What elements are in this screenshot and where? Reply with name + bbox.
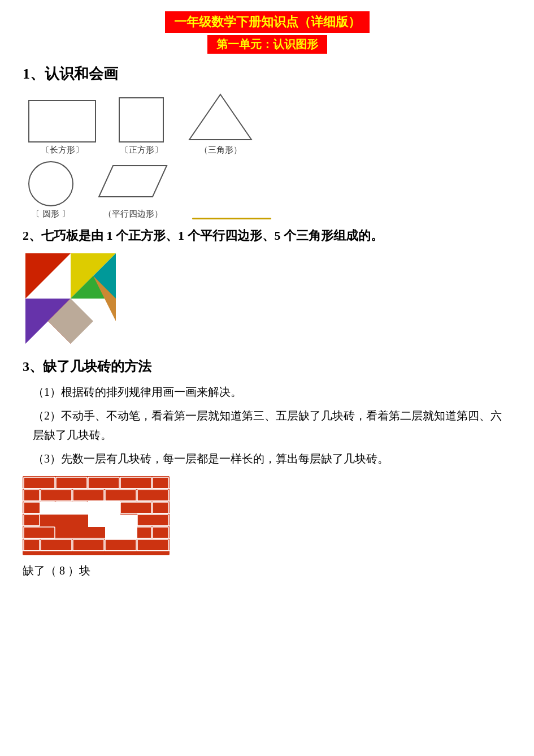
svg-rect-31	[41, 539, 72, 551]
svg-marker-0	[189, 94, 251, 140]
svg-rect-34	[137, 539, 168, 551]
main-title: 一年级数学下册知识点（详细版）	[165, 11, 370, 33]
tangram-container	[23, 250, 511, 346]
section3-para3: （3）先数一层有几块砖，每一层都是一样长的，算出每层缺了几块砖。	[33, 449, 511, 468]
svg-rect-33	[105, 539, 136, 551]
svg-rect-19	[105, 490, 136, 501]
shapes-row-2: 〔 圆形 〕 （平行四边形）	[28, 161, 511, 219]
svg-rect-17	[41, 490, 72, 501]
page-header: 一年级数学下册知识点（详细版） 第一单元：认识图形	[23, 11, 511, 54]
circle-shape	[28, 161, 73, 206]
missing-count-text: 缺了（ 8 ）块	[23, 563, 511, 578]
rectangle-shape	[28, 100, 96, 142]
svg-rect-30	[24, 539, 40, 551]
section2-text: 2、七巧板是由 1 个正方形、1 个平行四边形、5 个三角形组成的。	[23, 226, 511, 245]
shape-underline	[192, 201, 271, 219]
triangle-label: （三角形）	[199, 145, 242, 155]
shape-parallelogram: （平行四边形）	[96, 163, 170, 219]
section3: 3、缺了几块砖的方法 （1）根据砖的排列规律用画一画来解决。 （2）不动手、不动…	[23, 357, 511, 578]
square-label: 〔正方形〕	[120, 145, 163, 155]
brick-wall-container	[23, 476, 511, 558]
underline-decoration	[192, 218, 271, 219]
section3-title: 3、缺了几块砖的方法	[23, 357, 511, 375]
svg-rect-18	[73, 490, 104, 501]
svg-rect-23	[120, 502, 151, 513]
svg-rect-14	[120, 477, 151, 489]
shape-square: 〔正方形〕	[119, 97, 164, 155]
square-shape	[119, 97, 164, 142]
parallelogram-shape	[96, 163, 170, 200]
sub-title: 第一单元：认识图形	[207, 35, 327, 54]
section2: 2、七巧板是由 1 个正方形、1 个平行四边形、5 个三角形组成的。	[23, 226, 511, 346]
section3-para1: （1）根据砖的排列规律用画一画来解决。	[33, 382, 511, 401]
svg-rect-25	[24, 515, 40, 526]
svg-marker-1	[99, 166, 167, 197]
shape-triangle: （三角形）	[186, 92, 254, 155]
svg-rect-27	[24, 527, 55, 538]
parallelogram-label: （平行四边形）	[103, 209, 163, 219]
svg-rect-13	[88, 477, 119, 489]
section1: 1、认识和会画 〔长方形〕 〔正方形〕 （三角形） 〔 圆形 〕	[23, 64, 511, 219]
tangram-image	[23, 250, 119, 344]
shape-rectangle: 〔长方形〕	[28, 100, 96, 155]
circle-label: 〔 圆形 〕	[32, 209, 70, 219]
rectangle-label: 〔长方形〕	[41, 145, 84, 155]
section3-para2: （2）不动手、不动笔，看着第一层就知道第三、五层缺了几块砖，看着第二层就知道第四…	[33, 406, 511, 444]
section1-title: 1、认识和会画	[23, 64, 511, 84]
svg-marker-2	[25, 253, 71, 299]
svg-rect-32	[73, 539, 104, 551]
svg-rect-26	[137, 515, 168, 526]
svg-rect-11	[24, 477, 55, 489]
shapes-row-1: 〔长方形〕 〔正方形〕 （三角形）	[28, 92, 511, 155]
svg-rect-16	[24, 490, 40, 501]
svg-rect-15	[153, 477, 168, 489]
triangle-shape	[186, 92, 254, 142]
svg-rect-29	[153, 527, 168, 538]
svg-rect-24	[153, 502, 168, 513]
svg-rect-12	[56, 477, 87, 489]
brick-wall-image	[23, 476, 170, 555]
shape-circle: 〔 圆形 〕	[28, 161, 73, 219]
svg-rect-20	[137, 490, 168, 501]
